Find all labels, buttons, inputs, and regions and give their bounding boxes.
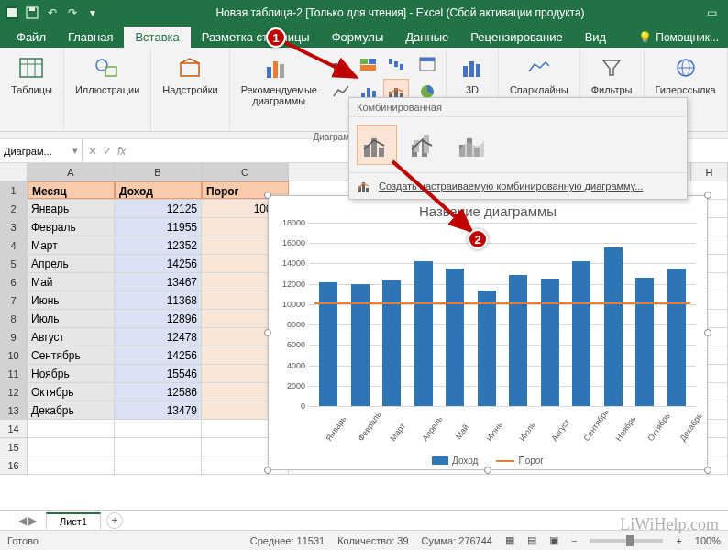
row-header[interactable]: 1: [0, 181, 28, 199]
col-header-c[interactable]: C: [202, 163, 289, 181]
view-break-icon[interactable]: ▣: [549, 534, 558, 546]
row-header[interactable]: 8: [0, 310, 28, 327]
waterfall-chart-button[interactable]: [383, 51, 409, 77]
cell[interactable]: 13479: [115, 401, 202, 419]
save-icon[interactable]: [26, 6, 39, 19]
tell-me[interactable]: 💡Помощник...: [629, 27, 728, 48]
addins-button[interactable]: Надстройки: [157, 51, 223, 97]
cell[interactable]: 12586: [115, 383, 202, 401]
cell[interactable]: 14256: [115, 255, 202, 272]
zoom-slider[interactable]: [590, 539, 663, 543]
row-header[interactable]: 5: [0, 255, 28, 272]
row-header[interactable]: 4: [0, 236, 28, 254]
tab-file[interactable]: Файл: [6, 27, 57, 48]
cell[interactable]: 12896: [115, 310, 202, 327]
tab-review[interactable]: Рецензирование: [459, 27, 573, 48]
hyperlink-button[interactable]: Гиперссылка: [650, 51, 722, 97]
sheet-tab-1[interactable]: Лист1: [46, 512, 101, 529]
row-header[interactable]: 13: [0, 401, 28, 419]
view-normal-icon[interactable]: ▦: [505, 534, 514, 546]
embedded-chart[interactable]: Название диаграммы 020004000600080001000…: [268, 195, 708, 470]
tab-data[interactable]: Данные: [394, 27, 459, 48]
prev-sheet-icon[interactable]: ◀: [18, 514, 27, 527]
cell[interactable]: Январь: [28, 200, 115, 217]
fx-icon[interactable]: fx: [117, 145, 126, 158]
row-header[interactable]: 15: [0, 438, 28, 456]
resize-handle[interactable]: [484, 467, 491, 474]
zoom-in-icon[interactable]: +: [676, 535, 681, 546]
tab-view[interactable]: Вид: [574, 27, 618, 48]
name-box[interactable]: Диаграм...▾: [0, 139, 83, 162]
sparklines-button[interactable]: Спарклайны: [504, 51, 574, 97]
cell[interactable]: 13467: [115, 273, 202, 291]
cell[interactable]: Май: [28, 273, 115, 291]
chevron-down-icon[interactable]: ▾: [72, 145, 78, 157]
3d-map-button[interactable]: 3D: [452, 51, 492, 97]
row-header[interactable]: 6: [0, 273, 28, 291]
cell[interactable]: Апрель: [28, 255, 115, 272]
resize-handle[interactable]: [704, 467, 711, 474]
row-header[interactable]: 7: [0, 291, 28, 309]
cell[interactable]: 12352: [115, 236, 202, 254]
col-header-h[interactable]: H: [691, 163, 728, 181]
cell[interactable]: [115, 420, 202, 437]
col-header-b[interactable]: B: [115, 163, 202, 181]
chart-plot-area[interactable]: 0200040006000800010000120001400016000180…: [309, 223, 696, 406]
cell[interactable]: 12125: [115, 200, 202, 217]
cancel-icon[interactable]: ✕: [88, 145, 97, 158]
row-header[interactable]: 16: [0, 456, 28, 474]
qat-dropdown-icon[interactable]: ▾: [86, 6, 99, 19]
col-header-a[interactable]: A: [28, 163, 115, 181]
cell[interactable]: Ноябрь: [28, 365, 115, 382]
pivot-chart-button[interactable]: [414, 51, 440, 77]
next-sheet-icon[interactable]: ▶: [28, 514, 37, 527]
row-header[interactable]: 10: [0, 346, 28, 364]
zoom-out-icon[interactable]: −: [571, 535, 577, 546]
cell[interactable]: Октябрь: [28, 383, 115, 401]
row-header[interactable]: 2: [0, 200, 28, 217]
resize-handle[interactable]: [264, 329, 271, 336]
chart-legend[interactable]: Доход Порог: [269, 456, 707, 466]
row-header[interactable]: 14: [0, 420, 28, 437]
cell[interactable]: 11955: [115, 218, 202, 236]
cell[interactable]: [28, 456, 115, 474]
add-sheet-button[interactable]: +: [106, 512, 123, 529]
select-all-corner[interactable]: [0, 163, 28, 181]
cell[interactable]: Август: [28, 328, 115, 346]
cell[interactable]: [28, 438, 115, 456]
tab-insert[interactable]: Вставка: [124, 27, 190, 48]
cell[interactable]: 12478: [115, 328, 202, 346]
row-header[interactable]: 12: [0, 383, 28, 401]
row-header[interactable]: 11: [0, 365, 28, 382]
resize-handle[interactable]: [704, 192, 711, 199]
worksheet-grid[interactable]: A B C H 1МесяцДоходПорог2Январь121251000…: [0, 163, 728, 510]
cell[interactable]: Март: [28, 236, 115, 254]
enter-icon[interactable]: ✓: [103, 145, 112, 158]
tab-home[interactable]: Главная: [57, 27, 124, 48]
undo-icon[interactable]: ↶: [46, 6, 59, 19]
cell[interactable]: Июль: [28, 310, 115, 327]
illustrations-button[interactable]: Иллюстрации: [70, 51, 145, 97]
cell[interactable]: [28, 420, 115, 437]
sheet-nav[interactable]: ◀▶: [18, 514, 37, 527]
cell[interactable]: 11368: [115, 291, 202, 309]
row-header[interactable]: 3: [0, 218, 28, 236]
zoom-level[interactable]: 100%: [695, 535, 721, 546]
cell[interactable]: [115, 456, 202, 474]
chart-title[interactable]: Название диаграммы: [269, 196, 707, 223]
cell[interactable]: Доход: [115, 181, 202, 199]
cell[interactable]: Месяц: [28, 181, 115, 199]
cell[interactable]: Сентябрь: [28, 346, 115, 364]
resize-handle[interactable]: [704, 329, 711, 336]
cell[interactable]: Июнь: [28, 291, 115, 309]
row-header[interactable]: 9: [0, 328, 28, 346]
ribbon-options-icon[interactable]: ▭: [701, 6, 722, 19]
resize-handle[interactable]: [264, 467, 271, 474]
cell[interactable]: 15546: [115, 365, 202, 382]
redo-icon[interactable]: ↷: [66, 6, 79, 19]
tables-button[interactable]: Таблицы: [6, 51, 58, 97]
cell[interactable]: [115, 438, 202, 456]
cell[interactable]: 14256: [115, 346, 202, 364]
filters-button[interactable]: Фильтры: [586, 51, 638, 97]
cell[interactable]: Декабрь: [28, 401, 115, 419]
